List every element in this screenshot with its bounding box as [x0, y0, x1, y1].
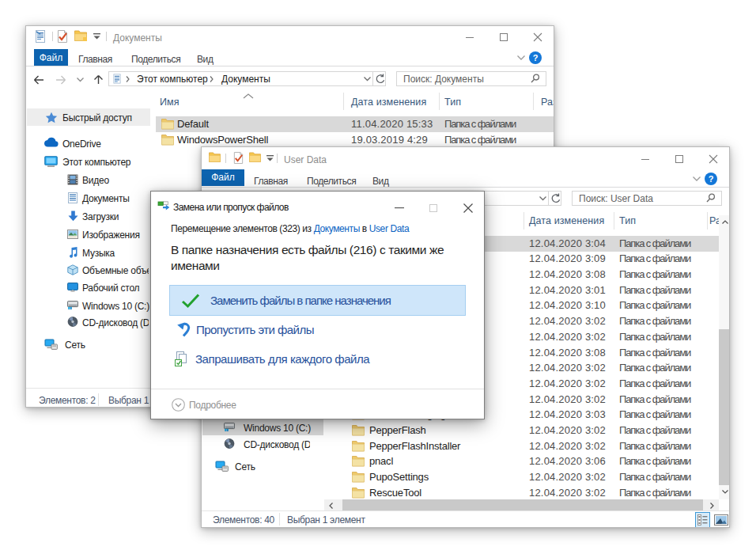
svg-text:?: ?	[533, 53, 539, 63]
svg-text:?: ?	[709, 174, 714, 184]
